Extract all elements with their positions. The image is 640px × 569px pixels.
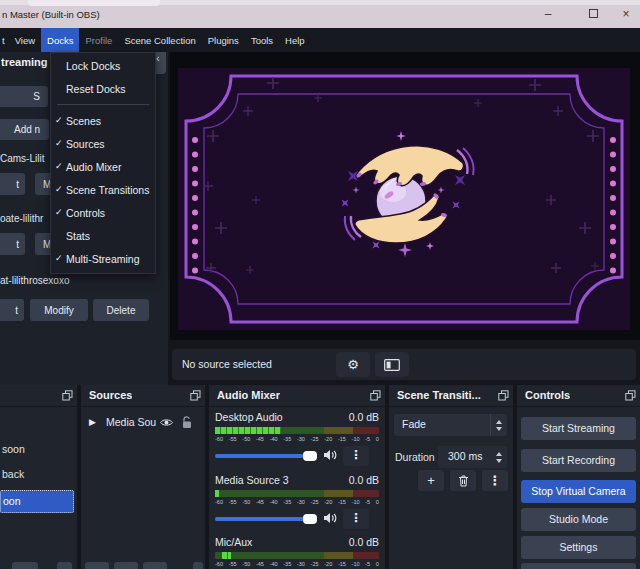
speaker-icon[interactable] (323, 449, 337, 461)
check-icon: ✓ (55, 161, 65, 171)
check-icon: ✓ (55, 253, 65, 263)
maximize-button[interactable] (583, 4, 603, 24)
menu-item-scene-collection[interactable]: Scene Collection (118, 28, 201, 52)
stream-button-partial[interactable]: t (0, 233, 25, 255)
scenes-dock-header[interactable] (0, 385, 77, 407)
volume-slider[interactable] (215, 517, 317, 521)
channel-level: 0.0 dB (349, 474, 379, 486)
remove-transition-button[interactable] (450, 470, 476, 491)
multistream-panel-title: treaming (1, 56, 47, 68)
add-stream-button[interactable]: Add n (0, 119, 49, 140)
controls-dock-title: Controls (525, 389, 570, 401)
transitions-dock-title: Scene Transiti... (397, 389, 481, 401)
scene-item[interactable]: soon (2, 443, 25, 455)
titlebar[interactable]: n Master (Built-in OBS) – × (0, 0, 640, 28)
volume-meter (215, 552, 379, 559)
menu-option-sources[interactable]: ✓ Sources (51, 134, 155, 156)
minimize-button[interactable]: – (538, 4, 558, 24)
menu-option-scenes[interactable]: ✓ Scenes (51, 111, 155, 133)
menu-item-edit-partial[interactable]: t (0, 28, 9, 52)
stream-button-partial[interactable]: t (0, 173, 25, 195)
menu-item-plugins[interactable]: Plugins (202, 28, 245, 52)
transitions-dock-header[interactable]: Scene Transiti... (389, 385, 513, 407)
scene-item-selected[interactable]: oon (0, 490, 74, 513)
speaker-icon[interactable] (323, 512, 337, 524)
volume-slider-handle[interactable] (303, 451, 317, 461)
menu-item-help[interactable]: Help (279, 28, 311, 52)
kebab-icon: ⋮ (489, 473, 502, 488)
start-streaming-button[interactable]: Start Streaming (521, 417, 636, 440)
settings-button[interactable]: Settings (521, 536, 636, 559)
start-recording-button[interactable]: Start Recording (521, 449, 636, 472)
channel-name: Mic/Aux (215, 536, 252, 548)
studio-mode-button[interactable]: Studio Mode (521, 508, 636, 531)
unlock-icon[interactable] (182, 416, 192, 429)
scene-item-label: oon (3, 495, 21, 507)
channel-name: Media Source 3 (215, 474, 289, 486)
popout-icon[interactable] (190, 390, 201, 401)
transition-options-button[interactable]: ⋮ (482, 470, 508, 491)
stream-delete-button[interactable]: Delete (93, 299, 149, 321)
popout-icon[interactable] (62, 390, 73, 401)
kebab-icon: ⋮ (350, 511, 362, 525)
partial-toolbar-button[interactable] (143, 562, 167, 569)
menu-option-lock-docks[interactable]: Lock Docks (51, 56, 155, 78)
channel-options-button[interactable]: ⋮ (343, 509, 369, 529)
duration-spinner[interactable] (490, 446, 507, 468)
channel-level: 0.0 dB (349, 536, 379, 548)
source-row[interactable]: ▶ Media Sou (81, 413, 205, 433)
sources-dock-header[interactable]: Sources (81, 385, 205, 407)
source-properties-button[interactable]: ⚙ (336, 352, 370, 377)
menu-option-audio-mixer[interactable]: ✓ Audio Mixer (51, 157, 155, 179)
channel-name: Desktop Audio (215, 411, 283, 423)
panel-settings-button[interactable]: S (0, 86, 48, 107)
menu-item-view[interactable]: View (9, 28, 41, 52)
volume-slider-handle[interactable] (303, 514, 317, 524)
duration-value: 300 ms (448, 450, 482, 462)
volume-meter (215, 427, 379, 434)
menu-option-stats[interactable]: Stats (51, 226, 155, 248)
play-icon: ▶ (89, 417, 96, 427)
controls-dock-header[interactable]: Controls (517, 385, 640, 407)
partial-toolbar-button[interactable] (114, 562, 138, 569)
meter-scale: -60-55-50-45-40-35-30-25-20-15-10-50 (215, 499, 379, 505)
select-spinner[interactable] (490, 414, 507, 436)
duration-spinbox[interactable]: 300 ms (438, 446, 507, 468)
channel-options-button[interactable]: ⋮ (343, 446, 369, 466)
check-icon: ✓ (55, 115, 65, 125)
popout-icon[interactable] (498, 390, 509, 401)
menu-item-docks[interactable]: Docks (41, 28, 79, 52)
eye-visibility-icon[interactable] (160, 418, 173, 427)
transition-select[interactable]: Fade (394, 414, 507, 436)
volume-slider[interactable] (215, 454, 317, 458)
popout-icon[interactable] (625, 390, 636, 401)
scene-transitions-dock: Scene Transiti... Fade Duration 300 ms + (389, 385, 513, 569)
menu-option-controls[interactable]: ✓ Controls (51, 203, 155, 225)
menu-item-tools[interactable]: Tools (245, 28, 279, 52)
menu-option-scene-transitions[interactable]: ✓ Scene Transitions (51, 180, 155, 202)
menu-item-profile[interactable]: Profile (79, 28, 118, 52)
menu-option-multi-streaming[interactable]: ✓ Multi-Streaming (51, 249, 155, 271)
source-filters-button[interactable] (375, 352, 409, 377)
menu-option-reset-docks[interactable]: Reset Docks (51, 79, 155, 101)
popout-icon[interactable] (370, 390, 381, 401)
filters-icon (384, 359, 400, 371)
partial-toolbar-button[interactable] (193, 562, 203, 569)
partial-toolbar-button[interactable] (57, 562, 72, 569)
partial-button[interactable] (521, 563, 636, 569)
stop-virtual-camera-button[interactable]: Stop Virtual Camera (521, 480, 636, 503)
close-button[interactable]: × (616, 4, 636, 24)
partial-toolbar-button[interactable] (85, 562, 109, 569)
maximize-icon (589, 9, 598, 18)
add-transition-button[interactable]: + (418, 470, 444, 491)
stream-modify-button[interactable]: Modify (30, 299, 88, 321)
partial-toolbar-button[interactable] (12, 562, 38, 569)
preview-canvas[interactable] (170, 52, 640, 340)
audio-mixer-dock-header[interactable]: Audio Mixer (209, 385, 385, 407)
stream-name: at-lilithrosexoxo (0, 275, 69, 286)
sources-dock: Sources ▶ Media Sou (81, 385, 205, 569)
scene-item[interactable]: back (2, 468, 24, 480)
stream-button-partial[interactable]: t (0, 299, 24, 321)
duration-label: Duration (395, 451, 435, 463)
menu-separator (57, 104, 149, 105)
